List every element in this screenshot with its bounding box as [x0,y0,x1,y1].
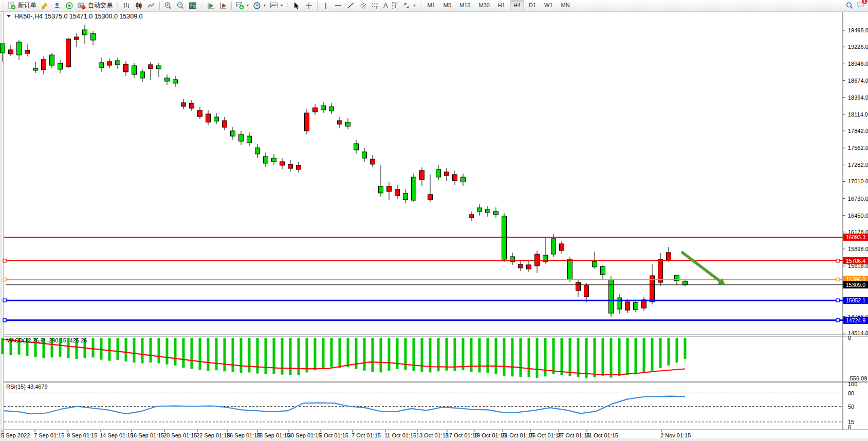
macd-histogram-bar [635,338,637,374]
candle-body [75,37,79,40]
line-handle[interactable] [836,259,839,262]
tf-m5-button[interactable]: M5 [440,1,455,10]
arrows-tool-button[interactable]: ▾ [400,1,417,10]
macd-pane: MACD(12,26,9) -290.15 -425.260-556.09 [2,335,867,381]
macd-histogram-bar [404,338,407,370]
candle-body [412,177,416,200]
line-handle[interactable] [3,278,6,281]
line-handle[interactable] [836,319,839,322]
tf-mn-button[interactable]: MN [558,1,574,10]
crosshair-tool-button[interactable] [303,1,315,10]
candle-body [329,107,334,111]
new-chart-icon [236,2,244,10]
zoom-in-button[interactable] [162,1,174,10]
tf-d1-button[interactable]: D1 [525,1,540,10]
community-icon [53,2,61,10]
search-icon[interactable] [845,2,854,10]
line-handle[interactable] [836,299,839,302]
macd-histogram-bar [569,338,571,376]
candle-body [223,121,227,127]
candle-body [486,209,490,213]
date-axis[interactable]: 5 Sep 20227 Sep 01:159 Sep 01:1514 Sep 0… [1,430,691,438]
horizontal-line-icon [334,2,342,10]
candle-body [1,44,5,53]
navigator-button[interactable] [217,1,229,10]
line-handle[interactable] [3,299,6,302]
periods-button[interactable]: ▾ [251,1,268,10]
svg-text:15706.4: 15706.4 [846,258,865,264]
horizontal-line-tool-button[interactable] [332,1,344,10]
toolbar-grip [2,2,4,9]
macd-histogram-bar [314,338,317,370]
collapse-triangle-icon[interactable] [7,15,11,17]
svg-text:50: 50 [848,404,854,410]
tf-m15-button[interactable]: M15 [456,1,474,10]
candle-body [132,66,137,74]
community-button[interactable] [51,1,63,10]
cursor-tool-button[interactable] [290,1,303,10]
candle-body [535,254,540,266]
tf-m1-button[interactable]: M1 [423,1,438,10]
new-order-button[interactable]: 新订单 [6,1,39,10]
price-tag: 15706.4 [843,257,868,264]
templates-button[interactable]: ▾ [268,1,285,10]
candle-body [428,195,433,200]
trend-arrow-annotation[interactable] [682,253,726,285]
candle-body [568,259,572,280]
svg-text:15898.0: 15898.0 [848,246,868,252]
tf-h1-button[interactable]: H1 [494,1,509,10]
tf-w1-button[interactable]: W1 [541,1,557,10]
bar-chart-mode-button[interactable] [120,1,133,10]
marker-tool-button[interactable] [39,1,51,10]
macd-histogram-bar [413,338,415,371]
svg-text:17282.0: 17282.0 [848,162,868,168]
date-tick-label: 31 Oct 01:15 [586,432,618,438]
macd-histogram-bar [174,338,177,366]
macd-histogram-bar [643,338,645,372]
line-handle[interactable] [3,319,6,322]
vertical-line-tool-button[interactable] [320,1,332,10]
chat-button[interactable]: 1 [857,1,865,10]
candle-body [519,264,523,268]
new-chart-button[interactable]: ▾ [234,1,251,10]
svg-text:17842.0: 17842.0 [848,128,868,134]
text-tool-button[interactable]: A [381,1,390,10]
candle-body [264,157,268,163]
line-chart-mode-button[interactable] [145,1,157,10]
text-label-tool-button[interactable]: T [390,1,401,10]
equidistant-channel-tool-button[interactable]: E [357,1,369,10]
marker-icon [41,2,49,10]
macd-histogram-bar [339,338,341,368]
indicator-list-button[interactable] [205,1,217,10]
tile-windows-button[interactable] [187,1,199,10]
date-tick-label: 25 Oct 01:15 [529,432,562,438]
macd-histogram-bar [191,338,193,369]
candle-body [231,131,235,136]
trendline-tool-button[interactable] [344,1,357,10]
candle-body [206,114,211,122]
candle-body [297,165,301,169]
tf-m30-button[interactable]: M30 [475,1,493,10]
auto-trading-button[interactable]: 自动交易 [76,1,115,10]
macd-histogram-bar [388,338,391,371]
svg-text:18394.0: 18394.0 [848,94,868,101]
candle-body [33,68,38,70]
candle-body [198,110,202,117]
macd-histogram-bar [289,338,292,375]
price-axis[interactable]: 19498.019226.018946.018674.018394.018114… [843,27,868,336]
macd-histogram-bar [281,338,284,375]
tf-h4-button[interactable]: H4 [510,1,524,10]
macd-histogram-bar [552,338,555,374]
candle-body [288,164,293,168]
line-handle[interactable] [836,278,839,281]
macd-histogram-bar [676,338,678,362]
svg-text:16093.3: 16093.3 [846,234,865,240]
line-handle[interactable] [3,259,6,262]
zoom-out-button[interactable] [174,1,187,10]
fibonacci-tool-button[interactable]: F [369,1,381,10]
candle-body [321,106,326,110]
svg-text:14724.9: 14724.9 [846,317,865,323]
signals-button[interactable] [63,1,76,10]
candlestick-mode-button[interactable] [133,1,145,10]
text-tool-label: A [383,2,388,9]
